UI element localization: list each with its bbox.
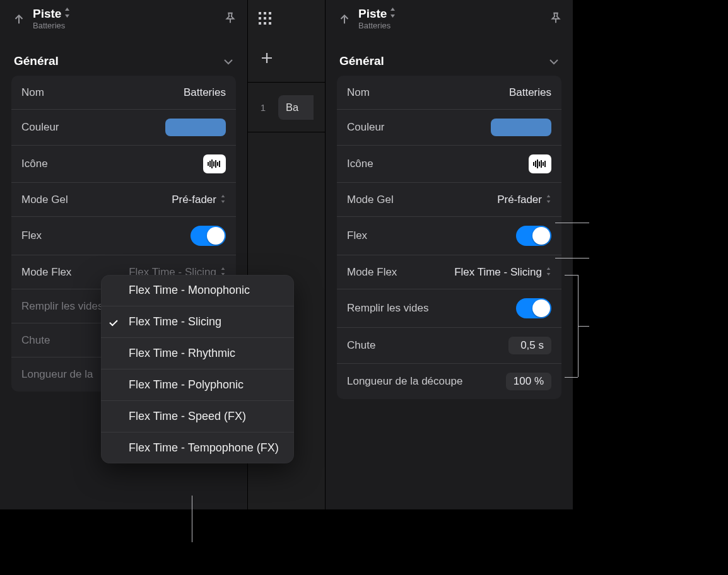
- row-value: Batteries: [184, 86, 226, 99]
- row-value: Flex Time - Slicing: [454, 266, 551, 279]
- row-freezemode[interactable]: Mode Gel Pré-fader: [11, 183, 236, 217]
- row-color[interactable]: Couleur: [11, 110, 236, 146]
- row-decay: Chute 0,5 s: [337, 328, 561, 364]
- row-icon[interactable]: Icône: [11, 146, 236, 183]
- row-name[interactable]: Nom Batteries: [337, 76, 561, 110]
- svg-rect-7: [259, 12, 261, 15]
- pin-icon[interactable]: [549, 11, 563, 28]
- row-value: Pré-fader: [497, 194, 551, 206]
- row-label: Chute: [21, 334, 50, 347]
- updown-icon: [389, 8, 396, 21]
- title-block[interactable]: Piste Batteries: [358, 8, 396, 30]
- svg-rect-14: [264, 22, 266, 25]
- callout-line: [555, 258, 589, 258]
- svg-rect-1: [209, 161, 211, 167]
- svg-rect-21: [543, 162, 544, 166]
- svg-rect-22: [544, 161, 546, 167]
- svg-rect-6: [219, 161, 220, 167]
- inspector-header: Piste Batteries: [0, 0, 247, 38]
- decay-value[interactable]: 0,5 s: [508, 337, 551, 354]
- flex-toggle[interactable]: [516, 226, 551, 246]
- svg-rect-9: [269, 12, 271, 15]
- color-swatch[interactable]: [165, 119, 226, 136]
- section-general[interactable]: Général: [0, 38, 247, 76]
- callout-line: [578, 326, 589, 327]
- menu-item-rhythmic[interactable]: Flex Time - Rhythmic: [101, 338, 294, 369]
- svg-rect-17: [535, 161, 536, 167]
- svg-rect-16: [533, 162, 534, 166]
- svg-rect-2: [211, 160, 213, 168]
- inspector-title: Piste: [33, 8, 61, 21]
- add-track-icon[interactable]: [261, 52, 273, 67]
- track-chip: Ba: [278, 95, 314, 120]
- color-swatch[interactable]: [491, 119, 551, 136]
- row-fillgaps: Remplir les vides: [337, 289, 561, 328]
- updown-icon: [546, 266, 551, 279]
- row-label: Mode Gel: [347, 194, 394, 206]
- row-freezemode[interactable]: Mode Gel Pré-fader: [337, 183, 561, 217]
- callout-line: [192, 496, 192, 542]
- back-arrow-icon[interactable]: [10, 10, 28, 28]
- inspector-panel-right: Piste Batteries Général Nom Batteries Co…: [326, 0, 573, 509]
- track-number: 1: [248, 102, 278, 113]
- section-general[interactable]: Général: [326, 38, 573, 76]
- track-icon[interactable]: [203, 154, 226, 173]
- callout-line: [555, 223, 589, 223]
- flexmode-value: Flex Time - Slicing: [454, 266, 542, 279]
- back-arrow-icon[interactable]: [336, 10, 353, 28]
- svg-rect-5: [217, 162, 218, 166]
- track-icon[interactable]: [529, 154, 551, 173]
- row-label: Couleur: [21, 121, 59, 134]
- row-label: Nom: [347, 86, 370, 99]
- updown-icon: [546, 194, 551, 206]
- row-label: Mode Flex: [347, 266, 397, 279]
- updown-icon: [64, 8, 71, 21]
- svg-rect-4: [215, 160, 216, 168]
- svg-rect-3: [213, 161, 214, 166]
- row-label: Mode Gel: [21, 194, 68, 206]
- row-name[interactable]: Nom Batteries: [11, 76, 236, 110]
- row-value: Pré-fader: [172, 194, 226, 206]
- flex-toggle[interactable]: [191, 226, 226, 246]
- row-label: Nom: [21, 86, 44, 99]
- menu-item-tempophone[interactable]: Flex Time - Tempophone (FX): [101, 433, 294, 463]
- grid-icon[interactable]: [258, 11, 272, 28]
- title-block[interactable]: Piste Batteries: [33, 8, 71, 30]
- row-value: Batteries: [509, 86, 551, 99]
- track-row[interactable]: 1 Ba: [248, 82, 325, 132]
- inspector-subtitle: Batteries: [358, 21, 396, 30]
- pin-icon[interactable]: [223, 11, 237, 28]
- row-label: Flex: [347, 229, 367, 242]
- menu-item-slicing[interactable]: Flex Time - Slicing: [101, 306, 294, 338]
- callout-line: [565, 275, 578, 276]
- row-label: Mode Flex: [21, 266, 71, 279]
- row-label: Remplir les vides: [347, 302, 428, 315]
- row-label: Icône: [21, 158, 48, 170]
- row-flexmode[interactable]: Mode Flex Flex Time - Slicing: [337, 255, 561, 289]
- row-label: Longueur de la: [21, 368, 93, 381]
- row-color[interactable]: Couleur: [337, 110, 561, 146]
- chevron-down-icon: [223, 54, 233, 68]
- menu-item-speed[interactable]: Flex Time - Speed (FX): [101, 401, 294, 433]
- svg-rect-12: [269, 17, 271, 20]
- slicelength-value[interactable]: 100 %: [506, 373, 551, 390]
- flexmode-menu: Flex Time - Monophonic Flex Time - Slici…: [101, 275, 294, 463]
- svg-rect-11: [264, 17, 266, 20]
- row-flex: Flex: [11, 217, 236, 255]
- row-slicelength: Longueur de la découpe 100 %: [337, 364, 561, 399]
- svg-rect-20: [541, 160, 542, 168]
- section-title: Général: [339, 54, 384, 68]
- svg-rect-8: [264, 12, 266, 15]
- row-label: Longueur de la découpe: [347, 375, 462, 388]
- svg-rect-18: [537, 160, 538, 168]
- menu-item-monophonic[interactable]: Flex Time - Monophonic: [101, 275, 294, 306]
- row-icon[interactable]: Icône: [337, 146, 561, 183]
- menu-item-polyphonic[interactable]: Flex Time - Polyphonic: [101, 369, 294, 401]
- callout-line: [565, 377, 578, 378]
- updown-icon: [220, 194, 226, 206]
- inspector-title: Piste: [358, 8, 387, 21]
- svg-rect-15: [269, 22, 271, 25]
- row-label: Icône: [347, 158, 373, 170]
- row-label: Flex: [21, 229, 42, 242]
- fillgaps-toggle[interactable]: [516, 298, 551, 318]
